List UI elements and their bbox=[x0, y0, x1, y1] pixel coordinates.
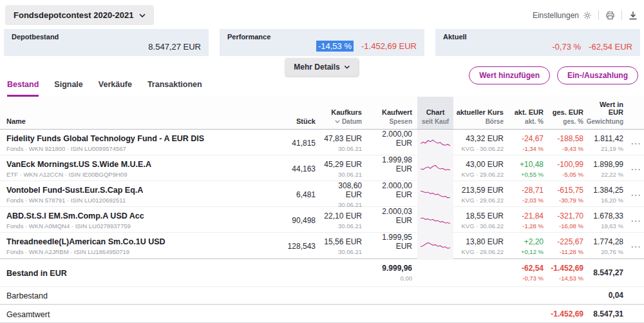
settings-label: Einstellungen bbox=[533, 11, 579, 20]
header-name: Name bbox=[0, 97, 283, 129]
chevron-down-icon bbox=[139, 14, 146, 17]
tab-bestand[interactable]: Bestand bbox=[7, 80, 39, 97]
datum-value: 30.06.21 bbox=[321, 145, 362, 152]
portfolio-selector-dropdown[interactable]: Fondsdepotcontest 2020-2021 bbox=[5, 5, 154, 25]
kurs-value: 18,55 EUR bbox=[453, 211, 504, 220]
kaufkurs-value: 47,83 EUR bbox=[321, 134, 362, 143]
wert-value: 1.898,99 bbox=[589, 160, 623, 169]
barbestand-label: Barbestand bbox=[6, 291, 48, 300]
tab-verkaeufe[interactable]: Verkäufe bbox=[99, 80, 132, 97]
boerse-value: KVG · 29.06.22 bbox=[453, 197, 504, 204]
card-depotbestand: Depotbestand 8.547,27 EUR bbox=[4, 29, 209, 56]
ges-pct-value: -5,05 % bbox=[549, 171, 583, 178]
print-button[interactable] bbox=[605, 11, 615, 20]
add-value-button[interactable]: Wert hinzufügen bbox=[469, 66, 550, 84]
sparkline-chart bbox=[417, 155, 453, 182]
wert-value: 1.384,25 bbox=[589, 186, 623, 195]
topbar: Fondsdepotcontest 2020-2021 Einstellunge… bbox=[0, 0, 644, 29]
total-kaufwert: 9.999,96 bbox=[367, 264, 412, 273]
akt-pct-value: -1,34 % bbox=[509, 145, 544, 152]
fund-name-link[interactable]: VanEck Morningst.US S.Wide M.U.E.A bbox=[6, 160, 279, 169]
ges-eur-value: -225,67 bbox=[549, 237, 583, 246]
header-akt-eur: akt. EUR akt. % bbox=[509, 97, 549, 129]
header-chart: Chart seit Kauf bbox=[417, 97, 453, 129]
portfolio-selector-label: Fondsdepotcontest 2020-2021 bbox=[14, 10, 133, 20]
boerse-value: KVG · 29.06.22 bbox=[453, 171, 504, 178]
fund-name-link[interactable]: Threadneedle(L)American Sm.Co.1U USD bbox=[6, 237, 279, 246]
kaufwert-value: 2.000,00 EUR bbox=[367, 181, 412, 199]
row-menu-icon[interactable]: ··· bbox=[631, 164, 641, 174]
more-details-button[interactable]: Mehr Details bbox=[285, 58, 358, 76]
middle-controls: Mehr Details Wert hinzufügen Ein-/Auszah… bbox=[0, 56, 644, 76]
totals-row-gesamtwert: Gesamtwert -1.452,69 8.547,31 bbox=[0, 304, 644, 323]
stueck-value: 90,498 bbox=[283, 216, 316, 225]
aktuell-value: -62,54 EUR bbox=[589, 42, 632, 52]
table-row: Threadneedle(L)American Sm.Co.1U USD Fon… bbox=[0, 233, 644, 259]
table-row: Fidelity Funds Global Technology Fund - … bbox=[0, 130, 644, 155]
tab-transaktionen[interactable]: Transaktionen bbox=[147, 80, 202, 97]
total-spesen: 0,00 bbox=[367, 275, 412, 282]
ges-pct-value: -11,28 % bbox=[549, 248, 583, 255]
stueck-value: 128,543 bbox=[283, 242, 316, 251]
aktuell-percent: -0,73 % bbox=[552, 42, 581, 52]
stueck-value: 44,163 bbox=[283, 164, 316, 173]
header-ges-eur: ges. EUR ges. % bbox=[549, 97, 589, 129]
gewichtung-value: 22,22 % bbox=[589, 171, 623, 178]
ges-eur-value: -100,99 bbox=[549, 160, 583, 169]
table-row: ABD.St.S.I EM.Sm.Comp.A USD Acc Fonds · … bbox=[0, 207, 644, 233]
sort-down-icon bbox=[335, 120, 340, 123]
kurs-value: 43,32 EUR bbox=[453, 134, 504, 143]
header-kurs: aktueller Kurs Börse bbox=[453, 97, 509, 129]
akt-eur-value: +10,48 bbox=[509, 160, 544, 169]
spesen-value bbox=[367, 253, 412, 260]
summary-cards: Depotbestand 8.547,27 EUR Performance -1… bbox=[0, 29, 644, 56]
datum-value: 30.06.21 bbox=[321, 171, 362, 178]
row-menu-icon[interactable]: ··· bbox=[631, 139, 641, 148]
tab-signale[interactable]: Signale bbox=[54, 80, 82, 97]
holdings-table: Name Stück Kaufkurs Datum Kaufwert Spese… bbox=[0, 97, 644, 323]
akt-pct-value: +0,55 % bbox=[509, 171, 544, 178]
fund-meta: ETF · WKN A12CCN · ISIN IE00BGQP9H09 bbox=[6, 171, 279, 178]
fund-name-link[interactable]: Vontobel Fund-Sust.Eur.S.Cap Eq.A bbox=[6, 186, 279, 195]
kurs-value: 13,80 EUR bbox=[453, 237, 504, 246]
row-menu-icon[interactable]: ··· bbox=[631, 216, 641, 226]
fund-meta: Fonds · WKN A2JRBM · ISIN LU1864950719 bbox=[6, 248, 279, 255]
total-wert: 8.547,27 bbox=[589, 268, 623, 277]
deposit-withdrawal-button[interactable]: Ein-/Auszahlung bbox=[557, 66, 638, 84]
akt-eur-value: +2,20 bbox=[509, 237, 544, 246]
printer-icon bbox=[605, 11, 615, 20]
wert-value: 1.774,28 bbox=[589, 237, 623, 246]
header-stueck: Stück bbox=[283, 97, 321, 129]
header-wert: Wert in EUR Gewichtung bbox=[589, 97, 629, 129]
kurs-value: 213,59 EUR bbox=[453, 186, 504, 195]
card-title: Performance bbox=[227, 33, 417, 41]
boerse-value: KVG · 30.06.22 bbox=[453, 145, 504, 152]
gewichtung-value: 19,63 % bbox=[589, 222, 623, 230]
row-menu-icon[interactable]: ··· bbox=[631, 242, 641, 251]
header-kaufkurs-sortable[interactable]: Kaufkurs Datum bbox=[321, 97, 367, 129]
totals-label: Bestand in EUR bbox=[6, 269, 67, 278]
totals-row-barbestand: Barbestand 0,04 bbox=[0, 287, 644, 304]
card-aktuell: Aktuell -0,73 % -62,54 EUR bbox=[435, 29, 640, 56]
akt-eur-value: -24,67 bbox=[509, 134, 544, 143]
sparkline-chart bbox=[417, 130, 453, 157]
sparkline-chart bbox=[417, 233, 453, 260]
download-button[interactable] bbox=[629, 11, 638, 20]
total-akt-pct: -0,73 % bbox=[509, 275, 544, 282]
kaufkurs-value: 15,56 EUR bbox=[321, 237, 362, 246]
fund-depot-page: Fondsdepotcontest 2020-2021 Einstellunge… bbox=[0, 0, 644, 323]
performance-percent-highlighted: -14,53 % bbox=[316, 41, 354, 52]
settings-button[interactable]: Einstellungen bbox=[533, 11, 592, 20]
barbestand-wert: 0,04 bbox=[589, 291, 623, 300]
fund-name-link[interactable]: ABD.St.S.I EM.Sm.Comp.A USD Acc bbox=[6, 211, 279, 220]
total-akt-eur: -62,54 bbox=[509, 264, 544, 273]
datum-value: 30.06.21 bbox=[321, 248, 362, 255]
row-menu-icon[interactable]: ··· bbox=[631, 190, 641, 200]
stueck-value: 6,481 bbox=[283, 190, 316, 199]
boerse-value: KVG · 30.06.22 bbox=[453, 222, 504, 230]
gear-icon bbox=[583, 11, 592, 20]
akt-pct-value: +0,12 % bbox=[509, 248, 544, 255]
fund-name-link[interactable]: Fidelity Funds Global Technology Fund - … bbox=[6, 134, 279, 143]
ges-eur-value: -615,75 bbox=[549, 186, 583, 195]
header-kaufwert: Kaufwert Spesen bbox=[367, 97, 417, 129]
